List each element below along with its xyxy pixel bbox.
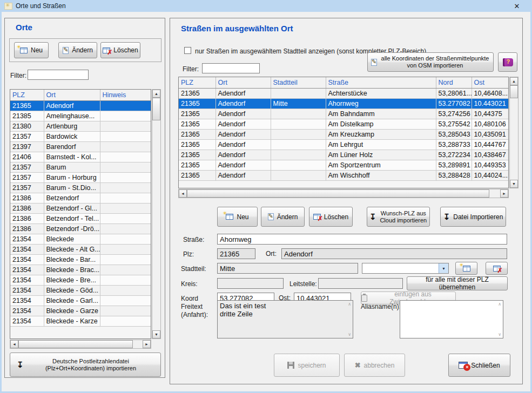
strasse-input[interactable] [217, 234, 507, 245]
orte-table-row[interactable]: 21386 Betzendorf [10, 193, 151, 203]
column-header-plz[interactable]: PLZ [179, 77, 216, 88]
strassen-table-row[interactable]: 21365 Adendorf Am Kreuzkamp 53,285043 10… [179, 129, 509, 139]
column-header-ort[interactable]: Ort [44, 90, 100, 100]
column-header-hinweis[interactable]: Hinweis [100, 90, 151, 100]
strassen-table-row[interactable]: 21365 Adendorf Mitte Ahornweg 53.277082 … [179, 98, 509, 109]
cell-plz: 21365 [179, 160, 216, 170]
scrollbar-thumb[interactable] [152, 98, 160, 120]
orte-table-row[interactable]: 21354 Bleckede - Karze [10, 316, 151, 326]
orte-table-row[interactable]: 21354 Bleckede - Göd... [10, 285, 151, 295]
orte-table-row[interactable]: 21397 Barendorf [10, 141, 151, 152]
orte-table-row[interactable]: 21380 Artlenburg [10, 121, 151, 131]
plz-uebernehmen-button[interactable]: für alle mit dieser PLZ übernehmen [407, 276, 508, 290]
osm-import-button[interactable]: alle Koordinaten der Straßenmittelpunkte… [367, 52, 494, 72]
schliessen-button[interactable]: × Schließen [448, 354, 510, 377]
cell-hinweis [100, 100, 151, 111]
orte-table-row[interactable]: 21354 Bleckede - Bar... [10, 254, 151, 265]
scroll-left-button[interactable]: ◄ [10, 340, 18, 348]
window-title: Orte und Straßen [16, 2, 66, 10]
orte-table-row[interactable]: 21385 Amelinghause... [10, 111, 151, 121]
orte-table-row[interactable]: 21386 Betzendorf - Gl... [10, 203, 151, 213]
strassen-filter-input[interactable] [202, 63, 260, 73]
stadtteil-neu-button[interactable] [455, 262, 477, 275]
strassen-vertical-scrollbar[interactable]: ▲ ▼ [509, 77, 518, 188]
strasse-aendern-button[interactable]: Ändern [261, 207, 305, 227]
cell-plz: 21406 [10, 152, 44, 162]
stadtteil-combobox[interactable]: ▼ [362, 263, 449, 274]
column-header-nord[interactable]: Nord [436, 77, 472, 88]
chevron-down-icon[interactable]: ▼ [439, 263, 448, 273]
orte-horizontal-scrollbar[interactable]: ◄ ► [10, 340, 151, 349]
cell-ort: Adendorf [216, 170, 271, 180]
orte-table-row[interactable]: 21357 Barum - St.Dio... [10, 182, 151, 193]
orte-table-row[interactable]: 21354 Bleckede [10, 234, 151, 244]
scroll-right-button[interactable]: ► [143, 340, 151, 348]
scroll-up-button[interactable]: ▲ [510, 77, 518, 85]
kreis-input[interactable] [217, 278, 284, 289]
column-header-plz[interactable]: PLZ [10, 90, 44, 100]
strasse-loeschen-button[interactable]: Löschen [309, 207, 353, 227]
help-button[interactable]: ? [498, 52, 517, 72]
strassen-table-row[interactable]: 21365 Adendorf Am Bahndamm 53,274256 10,… [179, 109, 509, 119]
orte-table-row[interactable]: 21354 Bleckede - Bre... [10, 275, 151, 285]
strassen-table-row[interactable]: 21365 Adendorf Am Lehrgut 53,288733 10,4… [179, 139, 509, 150]
orte-aendern-button[interactable]: Ändern [58, 42, 97, 58]
column-header-strasse[interactable]: Straße [326, 77, 436, 88]
cell-ost: 10.443021 [472, 98, 509, 109]
orte-table-row[interactable]: 21354 Bleckede - Brac... [10, 265, 151, 275]
cell-ort: Barnstedt - Kol... [44, 152, 100, 162]
strassen-table-row[interactable]: 21365 Adendorf Am Lüner Holz 53,272234 1… [179, 150, 509, 160]
strasse-neu-button[interactable]: Neu [217, 207, 258, 227]
orte-table-row[interactable]: 21386 Betzendorf -Drö... [10, 223, 151, 234]
leitstelle-input[interactable] [318, 278, 403, 289]
orte-table-row[interactable]: 21354 Bleckede - Alt G... [10, 244, 151, 254]
strassen-table-row[interactable]: 21365 Adendorf Am Distelkamp 53,275542 1… [179, 119, 509, 129]
scrollbar-thumb[interactable] [187, 189, 489, 198]
window-close-button[interactable]: ✕ [508, 0, 526, 12]
orte-vertical-scrollbar[interactable]: ▲ ▼ [152, 89, 161, 339]
plz-datei-import-button[interactable]: ↧ Deutsche Postleitzahlendatei (Plz+Ort+… [10, 353, 161, 377]
orte-table-row[interactable]: 21386 Betzendorf - Tel... [10, 213, 151, 223]
strassen-horizontal-scrollbar[interactable]: ◄ ► [178, 189, 509, 198]
column-header-stadtteil[interactable]: Stadtteil [271, 77, 326, 88]
abbrechen-button: ✖ abbrechen [344, 354, 405, 377]
koord-label: Koord [181, 295, 198, 302]
stadtteil-input[interactable] [217, 263, 358, 274]
scroll-down-button[interactable]: ▼ [152, 330, 160, 338]
wunsch-plz-cloud-button[interactable]: ↧ Wunsch-PLZ aus Cloud importieren [367, 207, 430, 227]
orte-table-row[interactable]: 21354 Bleckede - Garl... [10, 295, 151, 306]
scroll-right-button[interactable]: ► [500, 189, 508, 198]
title-bar[interactable]: ✳ Orte und Straßen ✕ [0, 0, 532, 12]
cell-stadtteil: Mitte [271, 98, 326, 109]
strassen-table-row[interactable]: 21365 Adendorf Am Sportzentrum 53,289891… [179, 160, 509, 170]
orte-loeschen-button[interactable]: Löschen [100, 42, 140, 58]
orte-table-row[interactable]: 21357 Barum - Horburg [10, 172, 151, 182]
orte-table-row[interactable]: 21354 Bleckede - Garze [10, 306, 151, 316]
cell-ort: Bleckede [44, 234, 100, 244]
orte-table-row[interactable]: 21365 Adendorf [10, 100, 151, 111]
orte-table-row[interactable]: 21406 Barnstedt - Kol... [10, 152, 151, 162]
stadtteil-loeschen-button[interactable] [486, 262, 508, 275]
datei-importieren-button[interactable]: ↧ Datei Importieren [440, 207, 506, 227]
cell-plz: 21357 [10, 182, 44, 193]
cell-hinweis [100, 295, 151, 306]
cell-ort: Bleckede - Alt G... [44, 244, 100, 254]
scrollbar-thumb[interactable] [18, 340, 133, 348]
column-header-ost[interactable]: Ost [472, 77, 509, 88]
scroll-up-button[interactable]: ▲ [152, 90, 160, 98]
scroll-left-button[interactable]: ◄ [179, 189, 187, 198]
cell-nord: 53,272234 [436, 150, 472, 160]
strassen-table-row[interactable]: 21365 Adendorf Am Wischhoff 53,288428 10… [179, 170, 509, 180]
freitext-textarea[interactable]: Das ist ein test dritte Zeile [218, 301, 353, 338]
orte-table-row[interactable]: 21357 Bardowick [10, 131, 151, 141]
scroll-down-button[interactable]: ▼ [510, 180, 518, 188]
clipboard-icon [361, 295, 367, 302]
orte-filter-input[interactable] [28, 70, 89, 80]
stadtteil-filter-checkbox[interactable] [184, 47, 191, 54]
aliasname-textarea[interactable] [400, 301, 503, 338]
orte-table-row[interactable]: 21357 Barum [10, 162, 151, 172]
scrollbar-thumb[interactable] [510, 85, 518, 98]
column-header-ort[interactable]: Ort [216, 77, 271, 88]
strassen-table-row[interactable]: 21365 Adendorf Achterstücke 53,28061... … [179, 88, 509, 98]
orte-neu-button[interactable]: Neu [14, 42, 49, 58]
